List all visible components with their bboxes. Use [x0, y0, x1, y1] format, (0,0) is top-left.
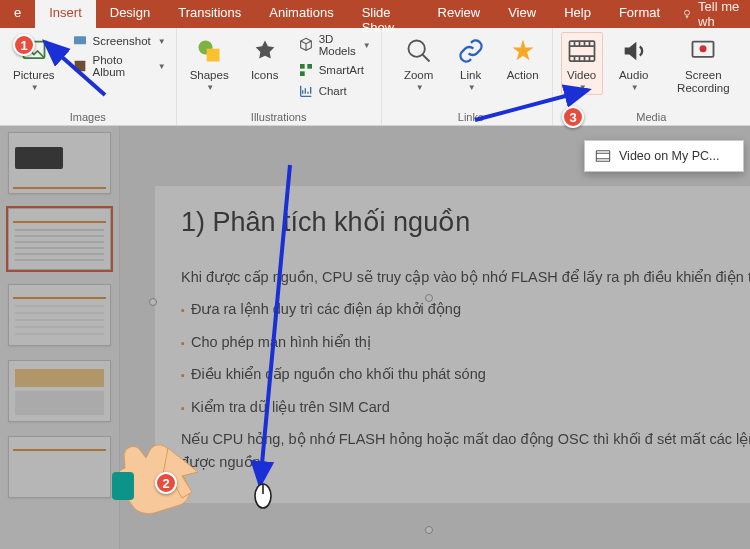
slide-thumbnail[interactable] [8, 360, 111, 422]
selection-handle[interactable] [149, 298, 157, 306]
svg-rect-6 [207, 49, 220, 62]
group-links: Zoom▼ Link▼ Action Links [382, 28, 553, 125]
screen-recording-icon [687, 35, 719, 67]
body-paragraph: Khi được cấp nguồn, CPU sẽ truy cập vào … [181, 266, 750, 288]
zoom-icon [403, 35, 435, 67]
body-bullet: Kiểm tra dữ liệu trên SIM Card [181, 396, 750, 418]
body-paragraph: Nếu CPU hỏng, bộ nhớ FLASH hỏng hoặc mất… [181, 428, 750, 473]
audio-button[interactable]: Audio▼ [613, 32, 655, 95]
video-icon [566, 35, 598, 67]
link-label: Link [460, 69, 481, 81]
video-button[interactable]: Video▼ [561, 32, 603, 95]
svg-rect-9 [300, 71, 305, 76]
slide-thumbnail[interactable] [8, 436, 111, 498]
audio-label: Audio [619, 69, 648, 81]
shapes-label: Shapes [190, 69, 229, 81]
body-bullet: Điều khiển cấp nguồn cho khối thu phát s… [181, 363, 750, 385]
tab-design[interactable]: Design [96, 0, 164, 28]
shapes-button[interactable]: Shapes▼ [185, 32, 234, 95]
zoom-label: Zoom [404, 69, 433, 81]
tab-help[interactable]: Help [550, 0, 605, 28]
video-dropdown: Video on My PC... [584, 140, 744, 172]
tab-bar: e Insert Design Transitions Animations S… [0, 0, 750, 28]
dropdown-item-label: Video on My PC... [619, 149, 720, 163]
screen-recording-label: Screen Recording [670, 69, 737, 94]
group-links-label: Links [398, 109, 544, 123]
slide-body: Khi được cấp nguồn, CPU sẽ truy cập vào … [181, 266, 750, 473]
slide: 1) Phân tích khối nguồn Khi được cấp ngu… [155, 186, 750, 503]
slide-thumbnail[interactable] [8, 284, 111, 346]
thumbnail-panel[interactable] [0, 126, 120, 549]
smartart-label: SmartArt [319, 64, 364, 76]
body-bullet: Đưa ra lệnh duy trì các điện áp khởi độn… [181, 298, 750, 320]
chart-label: Chart [319, 85, 347, 97]
photo-album-label: Photo Album [93, 54, 151, 78]
chart-button[interactable]: Chart [296, 82, 373, 100]
tab-format[interactable]: Format [605, 0, 674, 28]
screenshot-button[interactable]: Screenshot▼ [70, 32, 168, 50]
svg-rect-4 [74, 61, 85, 72]
cube-icon [298, 37, 314, 53]
screenshot-label: Screenshot [93, 35, 151, 47]
tab-insert[interactable]: Insert [35, 0, 96, 28]
svg-point-0 [685, 10, 690, 15]
slide-thumbnail[interactable] [8, 132, 111, 194]
action-label: Action [507, 69, 539, 81]
smartart-icon [298, 62, 314, 78]
screen-recording-button[interactable]: Screen Recording [665, 32, 742, 97]
annotation-badge-2: 2 [155, 472, 177, 494]
lightbulb-icon [682, 7, 692, 21]
slide-title: 1) Phân tích khối nguồn [181, 206, 750, 238]
tab-view[interactable]: View [494, 0, 550, 28]
3d-models-button[interactable]: 3D Models▼ [296, 32, 373, 58]
group-images-label: Images [8, 109, 168, 123]
svg-point-10 [408, 41, 424, 57]
action-icon [507, 35, 539, 67]
svg-point-13 [700, 45, 707, 52]
group-illustrations: Shapes▼ Icons 3D Models▼ SmartArt Chart [177, 28, 382, 125]
link-icon [455, 35, 487, 67]
video-label: Video [567, 69, 596, 81]
mouse-cursor-icon [253, 482, 273, 510]
selection-handle[interactable] [425, 294, 433, 302]
icons-icon [249, 35, 281, 67]
group-illus-label: Illustrations [185, 109, 373, 123]
photo-album-button[interactable]: Photo Album▼ [70, 53, 168, 79]
3d-models-label: 3D Models [319, 33, 356, 57]
link-button[interactable]: Link▼ [450, 32, 492, 95]
svg-rect-15 [112, 472, 134, 500]
photo-album-icon [72, 58, 88, 74]
svg-rect-14 [596, 151, 609, 162]
ribbon: Pictures▼ Screenshot▼ Photo Album▼ Image… [0, 28, 750, 126]
tell-me[interactable]: Tell me wh [674, 0, 750, 28]
pictures-label: Pictures [13, 69, 55, 81]
tab-slideshow[interactable]: Slide Show [348, 0, 424, 28]
film-icon [595, 148, 611, 164]
action-button[interactable]: Action [502, 32, 544, 84]
svg-rect-7 [300, 64, 305, 69]
tab-review[interactable]: Review [424, 0, 495, 28]
selection-handle[interactable] [425, 526, 433, 534]
slide-thumbnail[interactable] [8, 208, 111, 270]
annotation-badge-1: 1 [13, 34, 35, 56]
zoom-button[interactable]: Zoom▼ [398, 32, 440, 95]
icons-label: Icons [251, 69, 279, 81]
shapes-icon [193, 35, 225, 67]
tab-file[interactable]: e [0, 0, 35, 28]
svg-rect-11 [569, 41, 594, 61]
body-bullet: Cho phép màn hình hiển thị [181, 331, 750, 353]
tell-me-label: Tell me wh [698, 0, 742, 29]
group-media-label: Media [561, 109, 742, 123]
tab-animations[interactable]: Animations [255, 0, 347, 28]
video-on-my-pc-item[interactable]: Video on My PC... [585, 141, 743, 171]
svg-rect-8 [307, 64, 312, 69]
smartart-button[interactable]: SmartArt [296, 61, 373, 79]
annotation-badge-3: 3 [562, 106, 584, 128]
svg-rect-3 [74, 36, 86, 44]
audio-icon [618, 35, 650, 67]
chart-icon [298, 83, 314, 99]
screenshot-icon [72, 33, 88, 49]
tab-transitions[interactable]: Transitions [164, 0, 255, 28]
icons-button[interactable]: Icons [244, 32, 286, 84]
